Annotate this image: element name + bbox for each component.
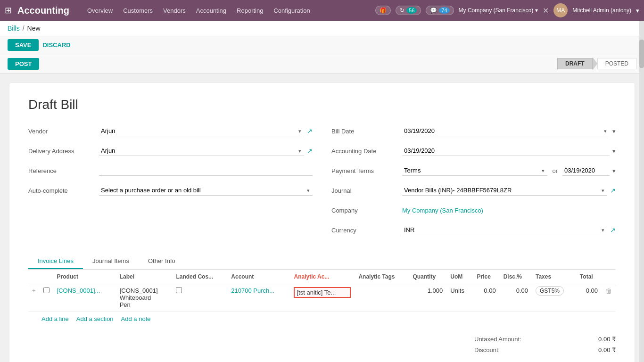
currency-select[interactable]: INR xyxy=(402,225,607,235)
main-content: Draft Bill Vendor Arjun ↗ D xyxy=(0,74,644,362)
drag-handle[interactable]: + xyxy=(28,284,40,312)
discard-button[interactable]: DISCARD xyxy=(42,41,70,49)
autocomplete-field-row: Auto-complete Select a purchase order or… xyxy=(28,183,313,198)
bill-date-label: Bill Date xyxy=(331,128,402,135)
discount-row: Discount: 0.00 ₹ xyxy=(474,345,616,355)
autocomplete-label: Auto-complete xyxy=(28,187,99,194)
save-button[interactable]: SAVE xyxy=(8,39,39,51)
tab-invoice-lines[interactable]: Invoice Lines xyxy=(28,254,83,269)
post-button[interactable]: POST xyxy=(8,58,39,70)
col-landed-cost: Landed Cos... xyxy=(172,270,227,284)
bill-date-chevron-icon: ▾ xyxy=(612,128,616,135)
nav-vendors[interactable]: Vendors xyxy=(162,5,187,16)
delivery-select[interactable]: Arjun xyxy=(99,146,304,156)
nav-accounting[interactable]: Accounting xyxy=(195,5,227,16)
breadcrumb-parent[interactable]: Bills xyxy=(8,25,20,32)
landed-cost-checkbox[interactable] xyxy=(176,287,182,293)
vendor-external-link-icon[interactable]: ↗ xyxy=(307,127,313,135)
avatar: MA xyxy=(553,3,568,17)
cell-total: 0.00 xyxy=(576,284,602,312)
tab-other-info[interactable]: Other Info xyxy=(139,254,185,269)
delivery-field-row: Delivery Address Arjun ↗ xyxy=(28,143,313,158)
cell-price: 0.00 xyxy=(473,284,500,312)
scrollbar[interactable] xyxy=(639,21,644,362)
accounting-date-value: ▾ xyxy=(402,146,616,156)
reference-value xyxy=(99,165,313,176)
cell-analytic-tags[interactable] xyxy=(355,284,409,312)
payment-terms-date-input[interactable] xyxy=(562,165,610,176)
bill-date-input[interactable] xyxy=(402,126,610,136)
col-analytic-ac: Analytic Ac... xyxy=(290,270,355,284)
app-grid-icon[interactable]: ⊞ xyxy=(5,5,12,16)
nav-reporting[interactable]: Reporting xyxy=(236,5,264,16)
row-checkbox[interactable] xyxy=(43,287,50,293)
journal-field-row: Journal Vendor Bills (INR)- 24BBBFF5679L… xyxy=(331,183,616,198)
payment-terms-field-row: Payment Terms Terms or ▾ xyxy=(331,163,616,178)
col-price: Price xyxy=(473,270,500,284)
payment-terms-label: Payment Terms xyxy=(331,167,402,174)
add-line-link[interactable]: Add a line xyxy=(41,315,69,322)
form-card: Draft Bill Vendor Arjun ↗ D xyxy=(9,83,635,362)
cell-account[interactable]: 210700 Purch... xyxy=(227,284,290,312)
tabs: Invoice Lines Journal Items Other Info xyxy=(28,254,616,270)
cell-analytic-ac[interactable]: [tst anltic] Te... xyxy=(290,284,355,312)
company-name: My Company (San Francisco) xyxy=(459,7,534,14)
form-left: Vendor Arjun ↗ Delivery Address xyxy=(28,123,313,242)
nav-configuration[interactable]: Configuration xyxy=(272,5,311,16)
status-posted[interactable]: POSTED xyxy=(597,58,636,69)
status-draft[interactable]: DRAFT xyxy=(557,58,593,69)
vendor-field-row: Vendor Arjun ↗ xyxy=(28,123,313,139)
col-taxes: Taxes xyxy=(532,270,576,284)
journal-select[interactable]: Vendor Bills (INR)- 24BBBFF5679L8ZR xyxy=(402,185,607,196)
close-icon[interactable]: ✕ xyxy=(543,6,549,15)
breadcrumb: Bills / New xyxy=(8,25,636,32)
company-link[interactable]: My Company (San Francisco) xyxy=(402,207,483,214)
col-uom: UoM xyxy=(446,270,473,284)
nav-customers[interactable]: Customers xyxy=(122,5,154,16)
vendor-select[interactable]: Arjun xyxy=(99,126,304,136)
delete-icon[interactable]: 🗑 xyxy=(605,287,612,295)
autocomplete-select[interactable]: Select a purchase order or an old bill xyxy=(99,185,313,196)
cell-product[interactable]: [CONS_0001]... xyxy=(53,284,116,312)
tax-badge[interactable]: GST5% xyxy=(536,286,564,296)
accounting-date-field-row: Accounting Date ▾ xyxy=(331,143,616,158)
vendor-label: Vendor xyxy=(28,128,99,135)
analytic-ac-value[interactable]: [tst anltic] Te... xyxy=(294,287,351,298)
delivery-external-link-icon[interactable]: ↗ xyxy=(307,147,313,155)
refresh-icon: ↻ xyxy=(400,7,405,14)
refresh-badge-btn[interactable]: ↻ 56 xyxy=(396,6,421,15)
app-title: Accounting xyxy=(17,5,69,16)
chat-badge-btn[interactable]: 💬 74 xyxy=(426,6,454,15)
payment-terms-select[interactable]: Terms xyxy=(402,165,547,176)
vendor-value: Arjun ↗ xyxy=(99,126,313,136)
user-chevron-icon: ▾ xyxy=(636,7,639,14)
cell-uom: Units xyxy=(446,284,473,312)
cell-label: [CONS_0001] Whiteboard Pen xyxy=(116,284,173,312)
refresh-count: 56 xyxy=(406,7,417,14)
cell-quantity: 1.000 xyxy=(409,284,446,312)
currency-external-link-icon[interactable]: ↗ xyxy=(610,226,616,234)
gift-icon-btn[interactable]: 🎁 xyxy=(375,6,391,15)
totals-section: Untaxed Amount: 0.00 ₹ Discount: 0.00 ₹ xyxy=(28,326,616,362)
bill-date-value: ▾ xyxy=(402,126,616,136)
col-total: Total xyxy=(576,270,602,284)
chat-count: 74 xyxy=(439,7,449,14)
add-section-link[interactable]: Add a section xyxy=(76,315,114,322)
scrollbar-thumb[interactable] xyxy=(639,40,644,68)
untaxed-row: Untaxed Amount: 0.00 ₹ xyxy=(474,334,616,345)
col-label: Label xyxy=(116,270,173,284)
cell-delete[interactable]: 🗑 xyxy=(602,284,616,312)
add-note-link[interactable]: Add a note xyxy=(121,315,151,322)
journal-external-link-icon[interactable]: ↗ xyxy=(610,187,616,194)
col-account: Account xyxy=(227,270,290,284)
company-selector[interactable]: My Company (San Francisco) ▾ xyxy=(459,7,538,14)
accounting-date-input[interactable] xyxy=(402,146,610,156)
reference-input[interactable] xyxy=(99,165,313,176)
user-menu[interactable]: Mitchell Admin (antony) xyxy=(572,7,631,14)
tab-journal-items[interactable]: Journal Items xyxy=(83,254,139,269)
nav-overview[interactable]: Overview xyxy=(86,5,114,16)
col-product: Product xyxy=(53,270,116,284)
company-field-row: Company My Company (San Francisco) xyxy=(331,203,616,218)
cell-landed-cost xyxy=(172,284,227,312)
untaxed-label: Untaxed Amount: xyxy=(474,336,521,343)
